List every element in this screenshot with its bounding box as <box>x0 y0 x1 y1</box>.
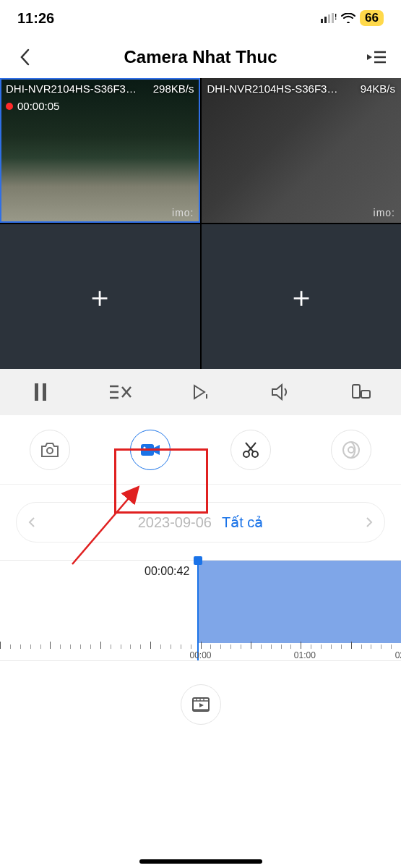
tile-rec-time: 00:00:05 <box>17 100 59 112</box>
tile-bitrate: 298KB/s <box>153 82 194 95</box>
date-selector-row: 2023-09-06 Tất cả <box>0 485 401 560</box>
add-camera-tile[interactable]: ＋ <box>0 224 200 369</box>
svg-rect-15 <box>361 391 370 398</box>
wifi-icon <box>341 13 355 23</box>
tile-bitrate: 94KB/s <box>361 82 395 95</box>
timeline-current-time: 00:00:42 <box>145 565 189 578</box>
plus-icon: ＋ <box>85 277 114 317</box>
svg-rect-14 <box>353 385 360 398</box>
battery-indicator: 66 <box>360 10 384 26</box>
svg-rect-17 <box>141 444 154 456</box>
camera-tile-1[interactable]: DHI-NVR2104HS-S36F3… 298KB/s 00:00:05 im… <box>0 78 200 223</box>
status-time: 11:26 <box>17 10 54 27</box>
svg-point-18 <box>144 446 146 448</box>
svg-text:!: ! <box>335 13 337 21</box>
tile-label: DHI-NVR2104HS-S36F3… <box>6 82 137 95</box>
close-stream-button[interactable] <box>106 378 135 407</box>
page-title: Camera Nhat Thuc <box>124 47 277 67</box>
fisheye-button[interactable] <box>331 430 371 470</box>
svg-point-22 <box>348 447 354 453</box>
timeline-tick-label: 01:00 <box>294 650 316 660</box>
tile-brand: imo: <box>172 207 194 218</box>
camera-grid: DHI-NVR2104HS-S36F3… 298KB/s 00:00:05 im… <box>0 78 401 369</box>
status-bar: 11:26 ! 66 <box>0 0 401 36</box>
timeline[interactable]: 00:00:42 00:0001:0002: <box>0 560 401 661</box>
camera-tile-2[interactable]: DHI-NVR2104HS-S36F3… 94KB/s imo: <box>202 78 402 223</box>
back-button[interactable] <box>14 47 35 67</box>
rotate-device-button[interactable] <box>347 378 376 407</box>
timeline-tick-label: 02: <box>395 650 401 660</box>
svg-rect-9 <box>43 383 46 401</box>
signal-icon: ! <box>321 13 337 23</box>
record-dot-icon <box>6 103 13 110</box>
svg-point-21 <box>343 442 359 458</box>
pause-button[interactable] <box>26 378 55 407</box>
timeline-ticks: 00:0001:0002: <box>0 643 401 660</box>
bottom-area <box>0 661 401 748</box>
app-header: Camera Nhat Thuc <box>0 36 401 78</box>
svg-rect-3 <box>332 13 334 23</box>
snapshot-button[interactable] <box>30 430 70 470</box>
svg-rect-2 <box>328 14 330 23</box>
date-next-icon[interactable] <box>366 516 373 528</box>
recordings-button[interactable] <box>181 684 221 725</box>
timeline-tick-label: 00:00 <box>189 650 211 660</box>
playback-toolbar <box>0 369 401 415</box>
status-right: ! 66 <box>321 10 384 26</box>
date-filter-link[interactable]: Tất cả <box>222 514 263 531</box>
tile-recording-indicator: 00:00:05 <box>6 100 59 112</box>
home-indicator <box>139 859 262 864</box>
action-toolbar <box>0 415 401 485</box>
svg-rect-1 <box>324 17 327 23</box>
tile-brand: imo: <box>374 207 395 218</box>
date-prev-icon[interactable] <box>28 516 35 528</box>
date-pill[interactable]: 2023-09-06 Tất cả <box>16 502 385 542</box>
plus-icon: ＋ <box>287 277 316 317</box>
svg-rect-0 <box>321 19 323 23</box>
step-forward-button[interactable] <box>186 378 215 407</box>
svg-rect-8 <box>35 383 38 401</box>
tile-label: DHI-NVR2104HS-S36F3… <box>207 82 338 95</box>
date-display[interactable]: 2023-09-06 <box>138 514 212 531</box>
playlist-menu-button[interactable] <box>366 47 387 67</box>
clip-button[interactable] <box>230 430 271 470</box>
svg-point-16 <box>47 448 53 454</box>
add-camera-tile[interactable]: ＋ <box>202 224 402 369</box>
record-button[interactable] <box>130 430 171 470</box>
timeline-recorded-range <box>197 561 401 643</box>
sound-button[interactable] <box>267 378 296 407</box>
